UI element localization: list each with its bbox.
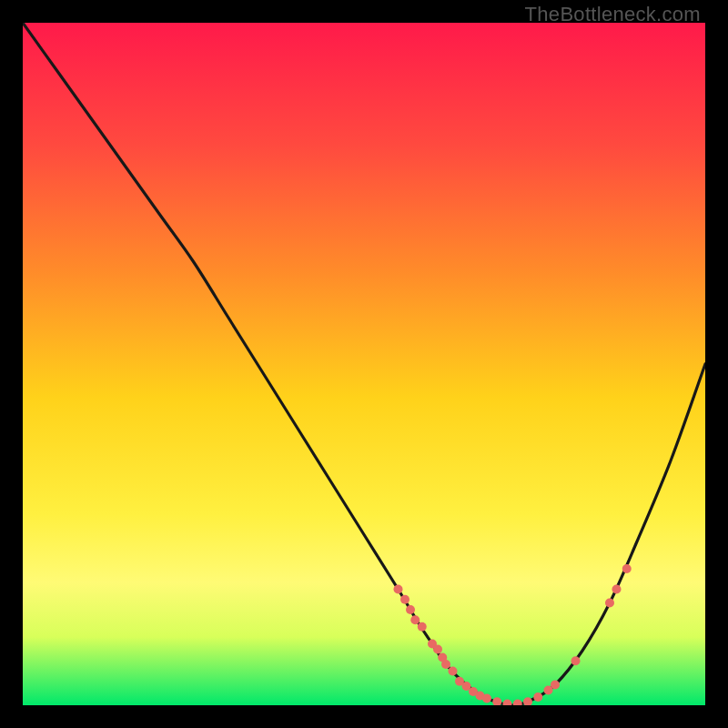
data-marker [441, 660, 450, 669]
data-marker [394, 585, 403, 594]
data-marker [400, 595, 410, 604]
data-marker [449, 667, 458, 676]
chart-svg [23, 23, 705, 705]
data-marker [410, 615, 420, 624]
data-marker [433, 645, 442, 654]
markers-group [394, 564, 632, 705]
data-marker [523, 697, 532, 705]
data-marker [533, 693, 542, 702]
data-marker [605, 599, 614, 608]
data-marker [612, 585, 622, 594]
data-marker [418, 622, 427, 632]
chart-frame [23, 23, 705, 705]
data-marker [492, 697, 501, 705]
data-marker [571, 656, 581, 665]
data-marker [513, 700, 522, 706]
data-marker [551, 681, 560, 690]
bottleneck-curve [23, 23, 705, 705]
data-marker [406, 605, 415, 614]
data-marker [482, 694, 491, 703]
data-marker [503, 700, 512, 706]
watermark-text: TheBottleneck.com [525, 3, 701, 26]
data-marker [622, 564, 632, 573]
